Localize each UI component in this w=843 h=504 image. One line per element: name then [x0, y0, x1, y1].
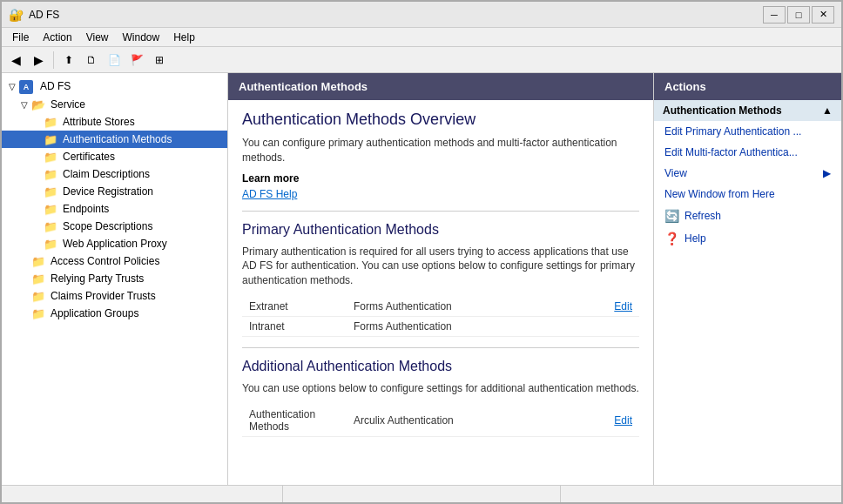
extranet-row: Extranet Forms Authentication Edit [242, 297, 639, 317]
tree-label-scope-descriptions: Scope Descriptions [63, 220, 152, 232]
attr-folder-icon [44, 115, 57, 129]
center-panel: Authentication Methods Authentication Me… [228, 73, 654, 485]
claims-folder-icon [31, 289, 45, 303]
action-refresh-label: Refresh [685, 210, 721, 222]
menu-action[interactable]: Action [36, 30, 78, 45]
appgroups-folder-icon [31, 306, 45, 320]
divider-1 [242, 211, 639, 212]
tree-item-application-groups[interactable]: Application Groups [2, 305, 227, 322]
tree-item-authentication-methods[interactable]: Authentication Methods [2, 131, 227, 148]
adfs-root-icon: A [19, 78, 33, 94]
minimize-button[interactable]: ─ [763, 6, 786, 24]
toolbar-up[interactable]: ⬆ [58, 50, 79, 71]
action-view-label: View [664, 167, 687, 179]
menu-view[interactable]: View [79, 30, 116, 45]
window-title: AD FS [29, 9, 59, 21]
action-help[interactable]: ❓ Help [654, 227, 841, 250]
extranet-label: Extranet [249, 300, 354, 312]
action-edit-primary-label: Edit Primary Authentication ... [664, 125, 801, 138]
intranet-label: Intranet [249, 320, 354, 333]
tree-item-access-control[interactable]: Access Control Policies [2, 252, 227, 270]
toolbar-back[interactable]: ◀ [5, 50, 26, 71]
tree-item-certificates[interactable]: Certificates [2, 148, 227, 165]
menu-file[interactable]: File [5, 30, 36, 45]
toolbar-doc1[interactable]: 🗋 [81, 50, 102, 71]
tree-label-claim-descriptions: Claim Descriptions [63, 168, 150, 180]
maximize-button[interactable]: □ [787, 6, 810, 24]
menu-window[interactable]: Window [116, 30, 167, 45]
tree-label-device-registration: Device Registration [63, 185, 153, 198]
tree-label-application-groups: Application Groups [51, 307, 138, 319]
toolbar-forward[interactable]: ▶ [28, 50, 49, 71]
service-folder-icon [31, 97, 45, 111]
close-button[interactable]: ✕ [812, 6, 834, 24]
extranet-value: Forms Authentication [354, 300, 614, 312]
tree-label-claims-provider: Claims Provider Trusts [51, 290, 156, 302]
tree-item-web-app-proxy[interactable]: Web Application Proxy [2, 235, 227, 252]
cert-folder-icon [44, 150, 57, 164]
toolbar-separator-1 [53, 51, 54, 69]
additional-auth-edit-link[interactable]: Edit [614, 414, 632, 427]
device-folder-icon [44, 185, 57, 198]
toolbar-doc2[interactable]: 📄 [104, 50, 125, 71]
additional-auth-desc: You can use options below to configure s… [242, 381, 639, 396]
menu-bar: File Action View Window Help [2, 28, 841, 47]
title-bar: 🔐 AD FS ─ □ ✕ [2, 2, 841, 28]
action-edit-primary[interactable]: Edit Primary Authentication ... [654, 121, 841, 142]
adfs-help-link[interactable]: AD FS Help [242, 188, 297, 200]
status-segment-3 [561, 486, 838, 502]
toolbar: ◀ ▶ ⬆ 🗋 📄 🚩 ⊞ [2, 47, 841, 73]
tree-label-access-control: Access Control Policies [51, 255, 159, 267]
tree-item-claims-provider[interactable]: Claims Provider Trusts [2, 287, 227, 305]
tree-item-claim-descriptions[interactable]: Claim Descriptions [2, 165, 227, 183]
overview-desc: You can configure primary authentication… [242, 136, 639, 165]
action-section-label[interactable]: Authentication Methods ▲ [654, 100, 841, 121]
intranet-row: Intranet Forms Authentication [242, 317, 639, 337]
menu-help[interactable]: Help [166, 30, 202, 45]
additional-auth-row: Authentication Methods Arculix Authentic… [242, 405, 639, 437]
action-edit-multifactor[interactable]: Edit Multi-factor Authentica... [654, 142, 841, 163]
tree-item-relying-party[interactable]: Relying Party Trusts [2, 270, 227, 287]
primary-auth-title: Primary Authentication Methods [242, 222, 639, 238]
arrow-service: ▽ [21, 100, 30, 110]
status-segment-1 [5, 486, 283, 502]
tree-item-device-registration[interactable]: Device Registration [2, 183, 227, 200]
tree-item-adfs[interactable]: ▽ A AD FS [2, 77, 227, 96]
content-area: ▽ A AD FS ▽ Service Attribute Stores [2, 73, 841, 485]
action-view[interactable]: View ▶ [654, 163, 841, 184]
intranet-value: Forms Authentication [354, 320, 632, 333]
action-edit-multifactor-label: Edit Multi-factor Authentica... [664, 146, 798, 158]
wap-folder-icon [44, 237, 57, 251]
actions-header: Actions [654, 73, 841, 100]
status-bar [2, 485, 841, 502]
additional-auth-title: Additional Authentication Methods [242, 359, 639, 374]
access-folder-icon [31, 254, 45, 268]
status-segment-2 [283, 486, 561, 502]
action-help-label: Help [685, 232, 706, 245]
toolbar-grid[interactable]: ⊞ [149, 50, 170, 71]
center-header: Authentication Methods [228, 73, 653, 100]
action-refresh[interactable]: 🔄 Refresh [654, 205, 841, 227]
tree-label-web-app-proxy: Web Application Proxy [63, 238, 167, 250]
tree-label-endpoints: Endpoints [63, 203, 109, 215]
arrow-adfs: ▽ [9, 82, 17, 91]
tree-label-adfs: AD FS [40, 80, 71, 92]
actions-panel: Actions Authentication Methods ▲ Edit Pr… [654, 73, 841, 485]
action-new-window[interactable]: New Window from Here [654, 184, 841, 205]
tree-label-authentication-methods: Authentication Methods [63, 133, 172, 145]
additional-auth-value: Arculix Authentication [354, 414, 614, 427]
tree-item-attribute-stores[interactable]: Attribute Stores [2, 113, 227, 131]
tree-item-endpoints[interactable]: Endpoints [2, 200, 227, 218]
tree-label-relying-party: Relying Party Trusts [51, 272, 144, 285]
tree-item-scope-descriptions[interactable]: Scope Descriptions [2, 218, 227, 235]
divider-2 [242, 347, 639, 348]
center-header-title: Authentication Methods [239, 80, 368, 93]
help-icon: ❓ [664, 232, 679, 245]
action-section-text: Authentication Methods [663, 104, 782, 117]
endpoints-folder-icon [44, 202, 57, 216]
tree-item-service[interactable]: ▽ Service [2, 96, 227, 113]
extranet-edit-link[interactable]: Edit [614, 300, 632, 312]
toolbar-flag[interactable]: 🚩 [126, 50, 147, 71]
additional-auth-label: Authentication Methods [249, 408, 354, 433]
tree-label-certificates: Certificates [63, 151, 115, 163]
